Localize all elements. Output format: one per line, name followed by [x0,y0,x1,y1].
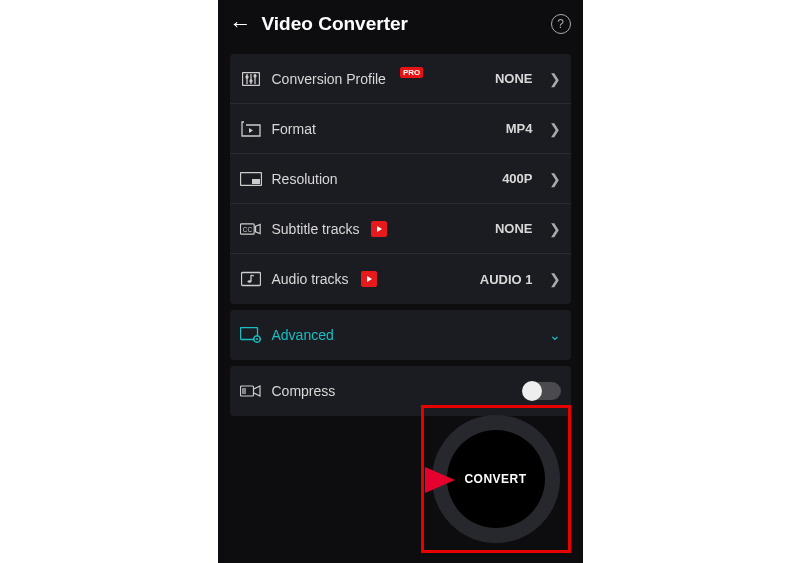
compress-icon [240,382,262,400]
resolution-icon [240,170,262,188]
chevron-right-icon: ❯ [549,271,561,287]
row-value: NONE [495,71,533,86]
row-label: Conversion Profile [272,71,386,87]
svg-point-2 [246,76,248,78]
app-screen: ← Video Converter ? Conversion Profile P… [218,0,583,563]
row-value: AUDIO 1 [480,272,533,287]
subtitle-icon: CC [240,220,262,238]
chevron-right-icon: ❯ [549,71,561,87]
notification-dot-icon [371,221,387,237]
svg-point-6 [254,75,256,77]
audio-icon [240,270,262,288]
row-label: Resolution [272,171,338,187]
row-advanced[interactable]: Advanced ⌄ [230,310,571,360]
chevron-down-icon: ⌄ [549,327,561,343]
svg-marker-7 [249,128,253,133]
video-format-icon [240,120,262,138]
compress-toggle[interactable] [523,382,561,400]
svg-text:CC: CC [242,225,252,232]
settings-card: Conversion Profile PRO NONE ❯ Format MP4… [230,54,571,304]
row-label: Format [272,121,316,137]
pro-badge: PRO [400,67,423,78]
advanced-gear-icon [240,326,262,344]
row-conversion-profile[interactable]: Conversion Profile PRO NONE ❯ [230,54,571,104]
convert-button[interactable]: CONVERT [447,430,545,528]
row-value: 400P [502,171,532,186]
svg-point-4 [250,80,252,82]
row-label: Subtitle tracks [272,221,360,237]
row-resolution[interactable]: Resolution 400P ❯ [230,154,571,204]
svg-point-13 [247,280,251,282]
row-subtitle-tracks[interactable]: CC Subtitle tracks NONE ❯ [230,204,571,254]
svg-rect-9 [252,179,260,184]
sliders-icon [240,70,262,88]
chevron-right-icon: ❯ [549,171,561,187]
row-label: Audio tracks [272,271,349,287]
chevron-right-icon: ❯ [549,121,561,137]
row-label: Advanced [272,327,334,343]
row-audio-tracks[interactable]: Audio tracks AUDIO 1 ❯ [230,254,571,304]
svg-point-16 [256,338,258,340]
convert-button-ring: CONVERT [432,415,560,543]
advanced-card: Advanced ⌄ [230,310,571,360]
row-value: MP4 [506,121,533,136]
back-button[interactable]: ← [230,11,252,37]
toggle-knob [522,381,542,401]
row-label: Compress [272,383,336,399]
row-value: NONE [495,221,533,236]
page-title: Video Converter [262,13,541,35]
header: ← Video Converter ? [218,0,583,48]
row-format[interactable]: Format MP4 ❯ [230,104,571,154]
notification-dot-icon [361,271,377,287]
chevron-right-icon: ❯ [549,221,561,237]
convert-highlight-box: CONVERT [421,405,571,553]
help-button[interactable]: ? [551,14,571,34]
